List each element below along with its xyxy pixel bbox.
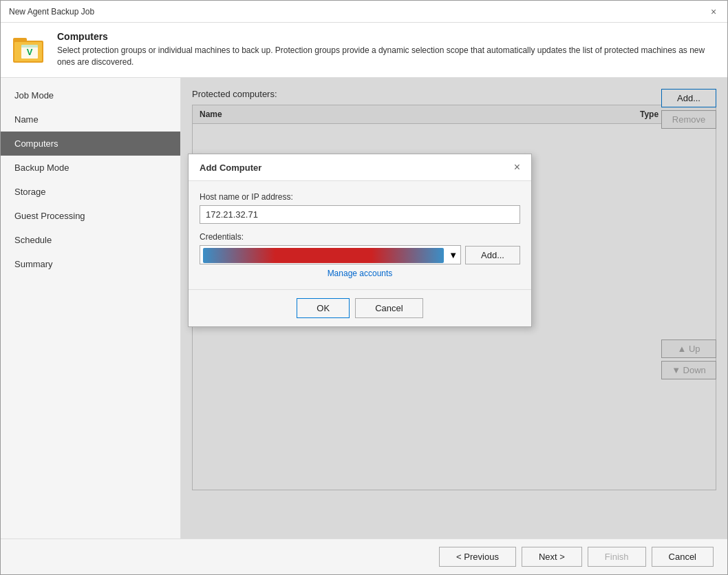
- veeam-backup-icon: V: [12, 31, 47, 67]
- credentials-add-button[interactable]: Add...: [465, 246, 520, 264]
- main-window: New Agent Backup Job × V Computers Selec…: [0, 0, 728, 575]
- wizard-header: V Computers Select protection groups or …: [1, 23, 727, 78]
- sidebar-item-name[interactable]: Name: [1, 107, 180, 132]
- add-computer-dialog: Add Computer × Host name or IP address: …: [188, 154, 532, 327]
- sidebar-item-summary[interactable]: Summary: [1, 252, 180, 276]
- title-bar: New Agent Backup Job ×: [1, 1, 727, 23]
- wizard-footer: < Previous Next > Finish Cancel: [1, 539, 727, 574]
- next-button[interactable]: Next >: [522, 547, 582, 567]
- sidebar-item-guest-processing[interactable]: Guest Processing: [1, 204, 180, 228]
- credentials-dropdown-arrow[interactable]: ▼: [449, 250, 458, 260]
- credentials-select[interactable]: ▼: [200, 245, 461, 264]
- host-label: Host name or IP address:: [200, 192, 520, 202]
- previous-button[interactable]: < Previous: [439, 547, 516, 567]
- sidebar-item-backup-mode[interactable]: Backup Mode: [1, 156, 180, 180]
- dialog-title: Add Computer: [200, 163, 261, 173]
- sidebar-item-computers[interactable]: Computers: [1, 132, 180, 156]
- main-body: Job Mode Name Computers Backup Mode Stor…: [1, 78, 727, 539]
- credentials-label: Credentials:: [200, 232, 520, 242]
- host-input[interactable]: [200, 205, 520, 224]
- svg-rect-5: [21, 45, 38, 48]
- header-text-block: Computers Select protection groups or in…: [57, 31, 716, 68]
- window-title: New Agent Backup Job: [9, 7, 94, 17]
- manage-accounts-link[interactable]: Manage accounts: [200, 269, 520, 278]
- sidebar-item-storage[interactable]: Storage: [1, 180, 180, 204]
- svg-text:V: V: [27, 47, 33, 57]
- sidebar-item-schedule[interactable]: Schedule: [1, 228, 180, 252]
- header-description: Select protection groups or individual m…: [57, 45, 716, 68]
- credentials-row: ▼ Add...: [200, 245, 520, 264]
- dialog-title-bar: Add Computer ×: [189, 154, 531, 181]
- window-close-button[interactable]: ×: [708, 6, 719, 17]
- dialog-close-button[interactable]: ×: [514, 161, 520, 174]
- content-area: Protected computers: Name Type Add... Re…: [181, 78, 727, 539]
- finish-button[interactable]: Finish: [588, 547, 646, 567]
- dialog-footer: OK Cancel: [189, 289, 531, 326]
- cancel-button[interactable]: Cancel: [652, 547, 714, 567]
- dialog-cancel-button[interactable]: Cancel: [355, 298, 422, 318]
- dialog-ok-button[interactable]: OK: [297, 298, 350, 318]
- sidebar: Job Mode Name Computers Backup Mode Stor…: [1, 78, 181, 539]
- dialog-body: Host name or IP address: Credentials: ▼ …: [189, 181, 531, 289]
- header-title: Computers: [57, 31, 716, 42]
- sidebar-item-job-mode[interactable]: Job Mode: [1, 83, 180, 107]
- dialog-overlay: Add Computer × Host name or IP address: …: [181, 78, 727, 539]
- header-icon: V: [12, 31, 47, 69]
- credentials-value-redacted: [203, 248, 444, 263]
